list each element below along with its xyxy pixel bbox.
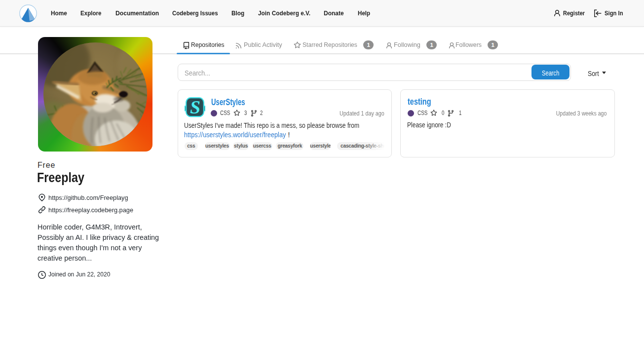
- svg-text:S: S: [189, 97, 200, 117]
